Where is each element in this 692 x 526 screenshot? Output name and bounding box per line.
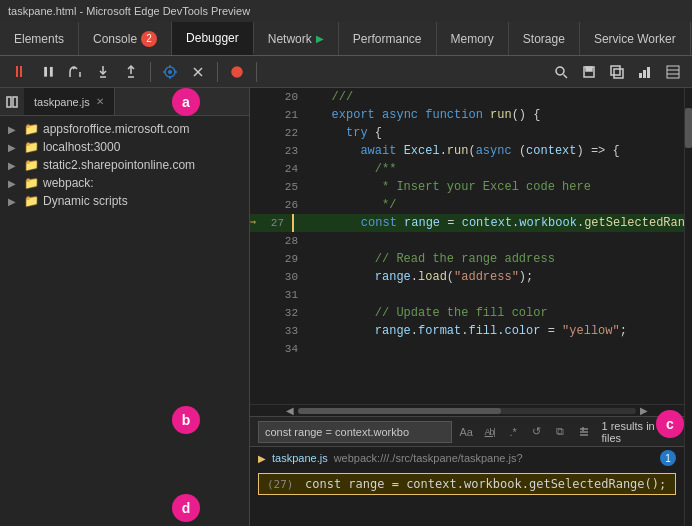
code-line-24: 24 /** xyxy=(250,160,684,178)
call-stack-code-line: (27) const range = context.workbook.getS… xyxy=(258,473,676,495)
pause-button[interactable]: ⏸ xyxy=(6,59,32,85)
tree-item-dynamic[interactable]: ▶ 📁 Dynamic scripts xyxy=(0,192,249,210)
title-bar: taskpane.html - Microsoft Edge DevTools … xyxy=(0,0,692,22)
search-whole-word-btn[interactable]: Ab| xyxy=(480,421,500,443)
network-play-icon: ▶ xyxy=(316,33,324,44)
file-tab-bar: taskpane.js ✕ xyxy=(0,88,249,116)
code-line-20: 20 /// xyxy=(250,88,684,106)
line-num-25: 25 xyxy=(270,178,306,196)
code-line-25: 25 * Insert your Excel code here xyxy=(250,178,684,196)
scroll-right-btn[interactable]: ▶ xyxy=(640,405,648,416)
line-content-26: */ xyxy=(306,196,684,214)
code-line-29: 29 // Read the range address xyxy=(250,250,684,268)
bp-indicator-32 xyxy=(250,304,270,322)
tree-label-dynamic: Dynamic scripts xyxy=(43,194,128,208)
console-badge: 2 xyxy=(141,31,157,47)
step-over-button[interactable] xyxy=(62,59,88,85)
svg-rect-24 xyxy=(667,66,679,78)
svg-rect-23 xyxy=(647,67,650,78)
line-content-32: // Update the fill color xyxy=(306,304,684,322)
svg-rect-18 xyxy=(586,67,592,71)
tree-item-appsforoffice[interactable]: ▶ 📁 appsforoffice.microsoft.com xyxy=(0,120,249,138)
vertical-scrollbar[interactable] xyxy=(684,88,692,526)
tab-debugger[interactable]: Debugger xyxy=(172,22,254,55)
tab-performance[interactable]: Performance xyxy=(339,22,437,55)
svg-rect-28 xyxy=(13,97,17,107)
line-content-25: * Insert your Excel code here xyxy=(306,178,684,196)
vertical-scrollbar-thumb[interactable] xyxy=(685,108,692,148)
svg-rect-27 xyxy=(7,97,11,107)
tree-arrow-localhost: ▶ xyxy=(8,142,20,153)
step-out-button[interactable] xyxy=(118,59,144,85)
line-content-29: // Read the range address xyxy=(306,250,684,268)
tab-memory[interactable]: Memory xyxy=(437,22,509,55)
line-content-20: /// xyxy=(306,88,684,106)
tab-storage[interactable]: Storage xyxy=(509,22,580,55)
svg-point-15 xyxy=(556,67,564,75)
search-copy-btn[interactable]: ⧉ xyxy=(551,421,571,443)
code-line-23: 23 await Excel.run(async (context) => { xyxy=(250,142,684,160)
search-expand-btn[interactable] xyxy=(574,421,594,443)
bp-indicator-29 xyxy=(250,250,270,268)
line-content-23: await Excel.run(async (context) => { xyxy=(306,142,684,160)
hscroll-thumb[interactable] xyxy=(298,408,501,414)
code-line-30: 30 range.load("address"); xyxy=(250,268,684,286)
scroll-left-btn[interactable]: ◀ xyxy=(286,405,294,416)
save-btn[interactable] xyxy=(576,59,602,85)
tab-console[interactable]: Console 2 xyxy=(79,22,172,55)
column-chart-btn[interactable] xyxy=(660,59,686,85)
breakpoint-toggle-btn[interactable] xyxy=(185,59,211,85)
line-content-31 xyxy=(306,286,684,304)
hscroll-track[interactable] xyxy=(298,408,636,414)
call-stack-path: webpack:///./src/taskpane/taskpane.js? xyxy=(334,452,523,464)
tree-item-sharepoint[interactable]: ▶ 📁 static2.sharepointonline.com xyxy=(0,156,249,174)
code-line-28: 28 xyxy=(250,232,684,250)
line-num-34: 34 xyxy=(270,340,306,358)
line-num-21: 21 xyxy=(270,106,306,124)
search-icon-btn[interactable] xyxy=(548,59,574,85)
line-num-26: 26 xyxy=(270,196,306,214)
save-all-btn[interactable] xyxy=(604,59,630,85)
search-refresh-btn[interactable]: ↺ xyxy=(527,421,547,443)
file-tab-taskpane[interactable]: taskpane.js ✕ xyxy=(24,88,115,115)
annotation-a: a xyxy=(172,88,200,116)
tree-arrow-sharepoint: ▶ xyxy=(8,160,20,171)
bp-indicator-33 xyxy=(250,322,270,340)
pointer-btn[interactable] xyxy=(157,59,183,85)
breakpoints-btn[interactable] xyxy=(224,59,250,85)
code-line-31: 31 xyxy=(250,286,684,304)
line-num-32: 32 xyxy=(270,304,306,322)
line-content-24: /** xyxy=(306,160,684,178)
tab-network[interactable]: Network ▶ xyxy=(254,22,339,55)
tree-arrow-appsforoffice: ▶ xyxy=(8,124,20,135)
tree-label-webpack: webpack: xyxy=(43,176,94,190)
line-content-33: range.format.fill.color = "yellow"; xyxy=(306,322,684,340)
line-num-24: 24 xyxy=(270,160,306,178)
search-match-case-btn[interactable]: Aa xyxy=(456,421,476,443)
line-num-28: 28 xyxy=(270,232,306,250)
annotation-d: d xyxy=(172,494,200,522)
toolbar-separator-1 xyxy=(150,62,151,82)
bp-indicator-25 xyxy=(250,178,270,196)
code-line-32: 32 // Update the fill color xyxy=(250,304,684,322)
right-panel: 20 /// 21 export async function run() { … xyxy=(250,88,684,526)
file-tree-toggle[interactable] xyxy=(0,88,24,115)
file-tab-close[interactable]: ✕ xyxy=(96,96,104,107)
resume-button[interactable]: ▐▐ xyxy=(34,59,60,85)
tree-item-localhost[interactable]: ▶ 📁 localhost:3000 xyxy=(0,138,249,156)
tab-elements[interactable]: Elements xyxy=(0,22,79,55)
search-input[interactable] xyxy=(258,421,452,443)
code-editor[interactable]: 20 /// 21 export async function run() { … xyxy=(250,88,684,404)
search-regex-btn[interactable]: .* xyxy=(503,421,523,443)
tab-service-worker[interactable]: Service Worker xyxy=(580,22,691,55)
line-num-23: 23 xyxy=(270,142,306,160)
bp-indicator-22 xyxy=(250,124,270,142)
bar-chart-btn[interactable] xyxy=(632,59,658,85)
call-stack-header[interactable]: ▶ taskpane.js webpack:///./src/taskpane/… xyxy=(250,447,684,469)
tree-item-webpack[interactable]: ▶ 📁 webpack: xyxy=(0,174,249,192)
step-into-button[interactable] xyxy=(90,59,116,85)
bp-indicator-26 xyxy=(250,196,270,214)
horizontal-scrollbar[interactable]: ◀ ▶ xyxy=(250,404,684,416)
line-content-21: export async function run() { xyxy=(306,106,684,124)
folder-icon-appsforoffice: 📁 xyxy=(24,122,39,136)
